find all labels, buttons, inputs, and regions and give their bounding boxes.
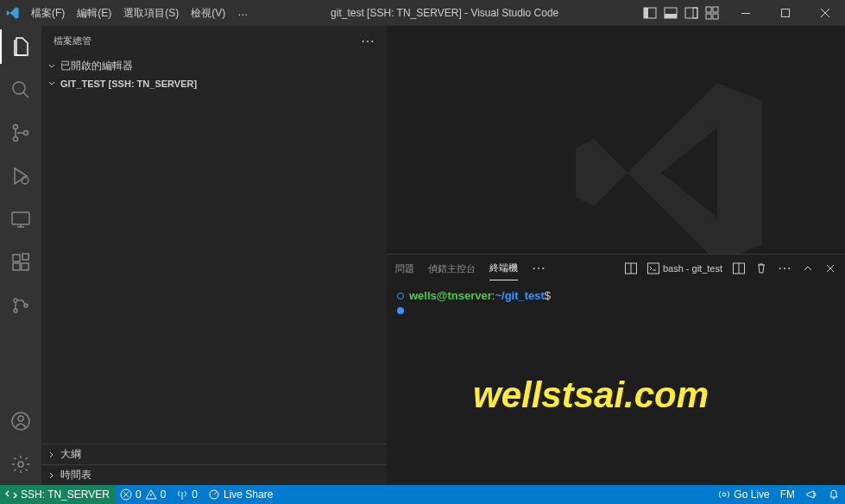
svg-rect-6 <box>706 7 711 12</box>
menu-file[interactable]: 檔案(F) <box>26 3 70 24</box>
vscode-logo-icon <box>0 6 26 20</box>
bottom-panel: 問題 偵錯主控台 終端機 ⋯ bash - git_test ⋯ <box>387 254 845 485</box>
svg-point-23 <box>14 309 17 312</box>
fm-indicator[interactable]: FM <box>775 488 800 501</box>
window-controls <box>726 0 845 26</box>
term-user: wells <box>409 289 437 302</box>
sidebar-more-icon[interactable]: ⋯ <box>361 35 375 48</box>
explorer-icon[interactable] <box>0 29 41 64</box>
svg-point-16 <box>22 177 28 184</box>
settings-gear-icon[interactable] <box>0 447 41 482</box>
svg-rect-21 <box>22 254 28 260</box>
problems-indicator[interactable]: 0 0 <box>115 485 171 504</box>
chevron-up-icon[interactable] <box>802 262 814 274</box>
customize-layout-icon[interactable] <box>705 6 719 20</box>
folder-section[interactable]: GIT_TEST [SSH: TN_SERVER] <box>41 76 387 91</box>
svg-point-15 <box>24 131 28 135</box>
svg-rect-9 <box>713 14 718 19</box>
golive-label: Go Live <box>734 488 769 501</box>
chevron-down-icon <box>47 61 57 72</box>
remote-explorer-icon[interactable] <box>0 202 41 236</box>
svg-rect-19 <box>13 263 20 270</box>
split-editor-icon[interactable] <box>625 262 637 274</box>
sidebar-header: 檔案總管 ⋯ <box>41 26 387 56</box>
term-path: ~/git_test <box>495 289 544 302</box>
toggle-secondary-sidebar-icon[interactable] <box>684 6 698 20</box>
menu-more[interactable]: … <box>232 3 253 24</box>
status-bar: SSH: TN_SERVER 0 0 0 Live Share Go Live … <box>0 485 845 504</box>
open-editors-label: 已開啟的編輯器 <box>60 59 133 73</box>
outline-label: 大綱 <box>60 447 81 462</box>
golive-button[interactable]: Go Live <box>713 488 774 501</box>
megaphone-icon <box>805 488 817 501</box>
feedback-button[interactable] <box>800 488 823 501</box>
liveshare-button[interactable]: Live Share <box>203 485 278 504</box>
fm-label: FM <box>780 488 795 501</box>
liveshare-label: Live Share <box>224 488 273 501</box>
title-bar: 檔案(F) 編輯(E) 選取項目(S) 檢視(V) … git_test [SS… <box>0 0 845 26</box>
split-terminal-icon[interactable] <box>733 262 745 274</box>
layout-controls <box>636 6 726 20</box>
chevron-right-icon <box>47 470 57 481</box>
toggle-panel-icon[interactable] <box>664 6 678 20</box>
extensions-icon[interactable] <box>0 245 41 280</box>
liveshare-icon <box>208 488 220 501</box>
tab-terminal[interactable]: 終端機 <box>489 256 518 280</box>
svg-rect-4 <box>685 8 697 18</box>
source-control-icon[interactable] <box>0 116 41 150</box>
outline-section[interactable]: 大綱 <box>41 444 387 464</box>
tab-problems[interactable]: 問題 <box>395 257 414 280</box>
git-graph-icon[interactable] <box>0 288 41 323</box>
prompt-cursor-icon <box>397 307 404 314</box>
warning-count: 0 <box>161 488 167 501</box>
error-icon <box>120 488 132 501</box>
term-dollar: $ <box>545 289 551 302</box>
panel-more-icon[interactable]: ⋯ <box>532 261 545 275</box>
remote-indicator[interactable]: SSH: TN_SERVER <box>0 485 115 504</box>
run-debug-icon[interactable] <box>0 159 41 193</box>
svg-rect-10 <box>741 13 750 14</box>
ports-count: 0 <box>192 488 198 501</box>
error-count: 0 <box>136 488 142 501</box>
close-button[interactable] <box>805 0 845 26</box>
minimize-button[interactable] <box>726 0 766 26</box>
menu-edit[interactable]: 編輯(E) <box>72 3 117 24</box>
svg-rect-5 <box>693 8 697 18</box>
accounts-icon[interactable] <box>0 404 41 438</box>
editor-area: 問題 偵錯主控台 終端機 ⋯ bash - git_test ⋯ <box>387 26 845 485</box>
menu-selection[interactable]: 選取項目(S) <box>118 3 184 24</box>
terminal-icon <box>647 262 659 274</box>
svg-point-26 <box>18 416 23 421</box>
activity-bar <box>0 26 41 485</box>
timeline-label: 時間表 <box>60 468 91 482</box>
svg-rect-8 <box>706 14 711 19</box>
maximize-button[interactable] <box>766 0 805 26</box>
svg-point-12 <box>13 82 25 94</box>
timeline-section[interactable]: 時間表 <box>41 464 387 485</box>
close-panel-icon[interactable] <box>824 262 836 274</box>
terminal-more-icon[interactable]: ⋯ <box>778 261 791 275</box>
toggle-primary-sidebar-icon[interactable] <box>643 6 657 20</box>
menu-view[interactable]: 檢視(V) <box>186 3 230 24</box>
svg-rect-18 <box>13 255 20 261</box>
window-title: git_test [SSH: TN_SERVER] - Visual Studi… <box>253 7 636 19</box>
warning-icon <box>145 488 157 501</box>
ports-indicator[interactable]: 0 <box>171 485 203 504</box>
watermark-text: wellstsai.com <box>473 375 709 416</box>
panel-tabs: 問題 偵錯主控台 終端機 ⋯ bash - git_test ⋯ <box>387 255 845 282</box>
tab-debug-console[interactable]: 偵錯主控台 <box>428 257 476 280</box>
remote-icon <box>5 488 17 501</box>
trash-icon[interactable] <box>755 262 767 274</box>
term-at: @ <box>437 289 448 302</box>
search-icon[interactable] <box>0 72 41 107</box>
svg-rect-17 <box>12 212 29 224</box>
terminal-shell-selector[interactable]: bash - git_test <box>647 262 722 274</box>
chevron-down-icon <box>47 79 57 89</box>
svg-point-27 <box>18 462 23 467</box>
term-host: tnserver <box>447 289 491 302</box>
broadcast-icon <box>718 488 730 501</box>
svg-point-35 <box>722 493 726 496</box>
notifications-button[interactable] <box>823 488 845 501</box>
open-editors-section[interactable]: 已開啟的編輯器 <box>41 56 387 76</box>
chevron-right-icon <box>47 450 57 460</box>
